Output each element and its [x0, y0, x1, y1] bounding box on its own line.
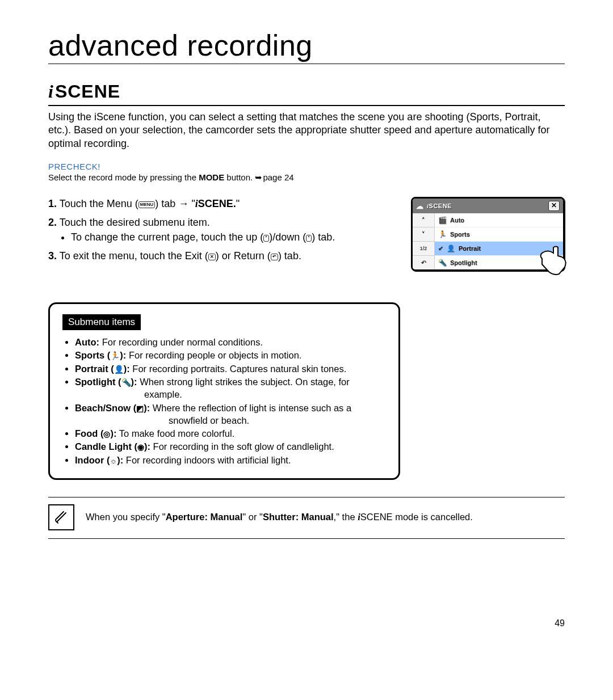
- submenu-list: Auto: For recording under normal conditi…: [62, 336, 386, 466]
- submenu-item-spotlight: Spotlight (🔦): When strong light strikes…: [75, 376, 386, 401]
- precheck-text: Select the record mode by pressing the M…: [48, 172, 565, 183]
- precheck-label: PRECHECK!: [48, 162, 565, 171]
- down-key-icon: ˅: [306, 235, 312, 242]
- screen-down-button[interactable]: ˅: [413, 227, 434, 242]
- cloud-icon: ☁: [416, 202, 423, 210]
- section-title: SCENE: [55, 81, 120, 102]
- submenu-item-food: Food (◎): To make food more colorful.: [75, 427, 386, 440]
- candle-icon: ◉: [137, 442, 144, 453]
- screen-header: ☁ iSCENE ✕: [413, 199, 563, 213]
- screen-row-spotlight[interactable]: 🔦 Spotlight: [435, 256, 563, 269]
- step-2-sub: To change the current page, touch the up…: [71, 230, 397, 244]
- arrow-right-icon: →: [178, 198, 188, 209]
- screen-row-sports[interactable]: 🏃 Sports: [435, 227, 563, 242]
- check-icon: ✔: [438, 245, 443, 252]
- spotlight-icon: 🔦: [438, 259, 447, 267]
- screen-row-auto[interactable]: 🎬 Auto: [435, 213, 563, 227]
- up-key-icon: ˄: [263, 235, 269, 242]
- beach-icon: ◩: [136, 403, 144, 414]
- page-number: 49: [48, 618, 565, 629]
- screen-up-button[interactable]: ˄: [413, 213, 434, 227]
- submenu-item-indoor: Indoor (☼): For recording indoors with a…: [75, 454, 386, 466]
- step-2: 2. Touch the desired submenu item. To ch…: [48, 216, 397, 244]
- submenu-item-candle: Candle Light (◉): For recording in the s…: [75, 440, 386, 453]
- submenu-heading: Submenu items: [62, 314, 141, 330]
- submenu-item-sports: Sports (🏃): For recording people or obje…: [75, 349, 386, 361]
- portrait-icon: 👤: [447, 244, 455, 252]
- steps-list: 1. Touch the Menu (MENU) tab → "iSCENE."…: [48, 197, 397, 268]
- note-icon: [48, 504, 74, 530]
- step-3: 3. To exit the menu, touch the Exit (✕) …: [48, 249, 397, 263]
- step-1: 1. Touch the Menu (MENU) tab → "iSCENE.": [48, 197, 397, 211]
- screen-return-button[interactable]: ↶: [413, 256, 434, 269]
- note-text: When you specify "Aperture: Manual" or "…: [86, 511, 473, 523]
- page-ref-icon: ➥: [255, 172, 263, 183]
- submenu-item-auto: Auto: For recording under normal conditi…: [75, 336, 386, 348]
- food-icon: ◎: [103, 429, 110, 440]
- spotlight-icon: 🔦: [121, 377, 131, 388]
- note-box: When you specify "Aperture: Manual" or "…: [48, 497, 565, 539]
- return-key-icon: ↶: [271, 254, 278, 260]
- portrait-icon: 👤: [114, 364, 124, 375]
- chapter-title: advanced recording: [48, 28, 565, 64]
- submenu-box: Submenu items Auto: For recording under …: [48, 302, 400, 480]
- screen-page-indicator: 1/2: [413, 242, 434, 256]
- exit-key-icon: ✕: [208, 254, 216, 260]
- screen-preview: ☁ iSCENE ✕ ˄ ˅ 1/2 ↶ 🎬 Auto: [411, 197, 565, 271]
- clapper-icon: 🎬: [438, 216, 447, 224]
- submenu-item-portrait: Portrait (👤): For recording portraits. C…: [75, 362, 386, 375]
- menu-key-icon: MENU: [138, 201, 156, 208]
- intro-paragraph: Using the iScene function, you can selec…: [48, 111, 565, 150]
- screen-list: 🎬 Auto 🏃 Sports ✔ 👤 Portrait: [435, 213, 563, 269]
- screen-row-portrait[interactable]: ✔ 👤 Portrait: [435, 242, 563, 256]
- indoor-icon: ☼: [110, 456, 117, 466]
- section-heading: iSCENE: [48, 81, 565, 106]
- screen-nav: ˄ ˅ 1/2 ↶: [413, 213, 435, 269]
- submenu-item-beach: Beach/Snow (◩): Where the reflection of …: [75, 402, 386, 427]
- sports-icon: 🏃: [438, 230, 447, 238]
- sports-icon: 🏃: [110, 351, 120, 361]
- scene-prefix-i: i: [48, 81, 54, 102]
- screen-close-button[interactable]: ✕: [548, 201, 560, 211]
